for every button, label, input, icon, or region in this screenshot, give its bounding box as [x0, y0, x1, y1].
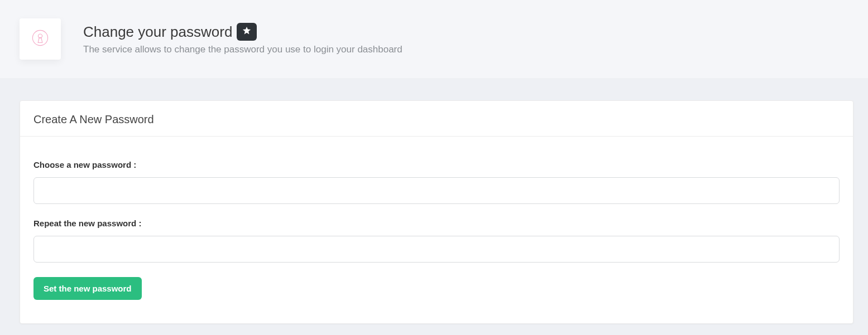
keyhole-icon	[31, 28, 50, 50]
page-subtitle: The service allows to change the passwor…	[83, 44, 402, 55]
new-password-label: Choose a new password :	[33, 160, 840, 169]
favorite-star-button[interactable]	[237, 23, 257, 41]
repeat-password-label: Repeat the new password :	[33, 219, 840, 228]
repeat-password-input[interactable]	[33, 236, 840, 263]
new-password-input[interactable]	[33, 177, 840, 204]
keyhole-icon-tile	[20, 18, 61, 60]
page-title: Change your password	[83, 23, 232, 41]
header-text-block: Change your password The service allows …	[83, 23, 402, 55]
content-wrapper: Create A New Password Choose a new passw…	[0, 78, 868, 335]
card-body: Choose a new password : Repeat the new p…	[20, 137, 853, 323]
set-password-button[interactable]: Set the new password	[33, 277, 142, 300]
new-password-group: Choose a new password :	[33, 160, 840, 204]
repeat-password-group: Repeat the new password :	[33, 219, 840, 263]
title-row: Change your password	[83, 23, 402, 41]
page-header: Change your password The service allows …	[0, 0, 868, 78]
star-icon	[242, 26, 252, 38]
card-title: Create A New Password	[20, 101, 853, 137]
password-card: Create A New Password Choose a new passw…	[20, 100, 853, 324]
